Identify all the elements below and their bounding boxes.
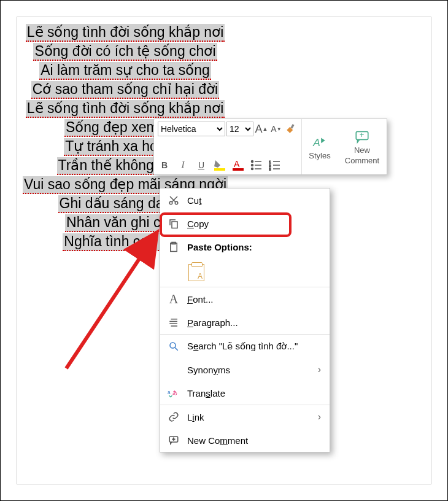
underline-button[interactable]: U	[195, 158, 208, 172]
search-menu-item[interactable]: Search "Lẽ sống tình đờ..."	[160, 335, 330, 358]
svg-text:A: A	[312, 136, 320, 148]
cut-menu-item[interactable]: Cut	[160, 188, 330, 212]
context-menu: Cut Copy Paste Options: A A Font... Para	[160, 188, 330, 452]
poem-line: Lẽ sống tình đời sống khắp nơi	[26, 100, 225, 118]
new-comment-label-2: Comment	[345, 156, 379, 165]
poem-line: Cớ sao tham sống chỉ hại đời	[31, 81, 219, 99]
svg-text:あ: あ	[172, 389, 177, 395]
paste-options-header: Paste Options:	[160, 235, 330, 258]
cut-label: Cut	[187, 195, 201, 206]
paragraph-menu-item[interactable]: Paragraph...	[160, 311, 330, 334]
svg-text:+: +	[360, 130, 365, 139]
clipboard-icon	[168, 241, 180, 253]
font-select[interactable]: Helvetica	[158, 122, 225, 136]
synonyms-menu-item[interactable]: Synonyms ›	[160, 358, 330, 381]
svg-rect-0	[290, 124, 294, 128]
font-menu-item[interactable]: A Font...	[160, 287, 330, 311]
styles-label: Styles	[309, 151, 330, 160]
new-comment-label-1: New	[354, 146, 370, 155]
highlight-button[interactable]	[213, 158, 226, 172]
paste-options-label: Paste Options:	[187, 242, 252, 252]
svg-line-31	[175, 348, 178, 351]
new-comment-menu-item[interactable]: + New Comment	[160, 429, 330, 452]
bullets-button[interactable]	[250, 158, 263, 172]
paste-option-text-only[interactable]: A	[160, 258, 330, 287]
styles-button[interactable]: A Styles	[302, 119, 338, 174]
svg-line-36	[66, 232, 157, 368]
svg-point-6	[252, 165, 253, 166]
poem-line: Sống đời có ích tệ sống chơi	[33, 43, 217, 61]
bold-button[interactable]: B	[158, 158, 171, 172]
translate-icon: aあ	[168, 387, 180, 399]
new-comment-label: New Comment	[187, 435, 248, 446]
new-comment-button[interactable]: + New Comment	[338, 119, 387, 174]
link-label: Link	[187, 412, 204, 422]
font-color-button[interactable]: A	[231, 158, 245, 172]
synonyms-label: Synonyms	[187, 365, 230, 375]
italic-button[interactable]: I	[176, 158, 190, 172]
comment-icon: +	[168, 434, 180, 446]
search-icon	[168, 340, 180, 352]
shrink-font-icon[interactable]: A▼	[269, 122, 283, 136]
svg-point-8	[252, 168, 253, 170]
translate-menu-item[interactable]: aあ Translate	[160, 381, 330, 405]
submenu-arrow-icon: ›	[318, 411, 321, 422]
svg-rect-3	[233, 168, 244, 171]
link-icon	[168, 411, 180, 423]
copy-menu-item[interactable]: Copy	[160, 212, 330, 235]
font-label: Font...	[187, 294, 214, 305]
format-painter-icon[interactable]	[284, 122, 298, 136]
translate-label: Translate	[187, 388, 225, 398]
svg-text:A: A	[234, 159, 240, 169]
svg-text:3: 3	[269, 168, 271, 171]
grow-font-icon[interactable]: A▲	[255, 122, 268, 136]
poem-line: Ai làm trăm sự cho ta sống	[39, 62, 211, 80]
copy-label: Copy	[187, 219, 209, 229]
font-a-icon: A	[168, 293, 180, 305]
svg-point-30	[170, 343, 176, 348]
poem-line: Lẽ sống tình đời sống khắp nơi	[26, 24, 225, 42]
scissors-icon	[168, 194, 180, 206]
svg-text:+: +	[172, 437, 176, 442]
copy-icon	[168, 217, 180, 230]
document-page: Lẽ sống tình đời sống khắp nơi Sống đời …	[17, 17, 431, 484]
numbering-button[interactable]: 123	[268, 158, 282, 172]
font-size-select[interactable]: 12	[226, 122, 253, 136]
link-menu-item[interactable]: Link ›	[160, 405, 330, 429]
mini-toolbar: Helvetica 12 A▲ A▼ B I U A	[153, 118, 387, 175]
paste-text-only-icon: A	[188, 264, 204, 281]
svg-text:a: a	[168, 389, 171, 395]
paragraph-label: Paragraph...	[187, 317, 238, 328]
svg-point-4	[252, 161, 253, 163]
paragraph-icon	[168, 316, 180, 328]
svg-rect-23	[172, 222, 177, 228]
search-label: Search "Lẽ sống tình đờ..."	[187, 341, 298, 352]
submenu-arrow-icon: ›	[318, 364, 321, 375]
svg-rect-1	[214, 168, 225, 171]
